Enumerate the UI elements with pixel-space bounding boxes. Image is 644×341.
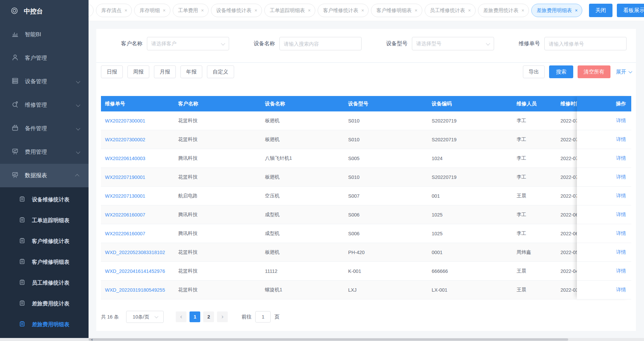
order-link[interactable]: WX202207300002 [105, 137, 145, 142]
divider [96, 62, 636, 63]
sidebar-item-customers[interactable]: 客户管理 [0, 46, 89, 70]
tab-partial[interactable]: × [89, 4, 94, 17]
code-cell: 1025 [428, 212, 513, 217]
code-cell: 666666 [428, 269, 513, 274]
device-name-input[interactable] [279, 37, 362, 50]
tab-travel-expense-stats[interactable]: 差旅费用统计表 × [478, 4, 529, 17]
tab-inventory-check[interactable]: 库存清点 × [96, 4, 132, 17]
order-link[interactable]: WX202206160007 [105, 212, 145, 217]
close-button[interactable]: 关闭 [589, 4, 612, 17]
model-cell: S006 [344, 212, 428, 217]
clear-all-button[interactable]: 清空所有 [578, 65, 610, 78]
sidebar-item-devices[interactable]: 设备管理 [0, 70, 89, 93]
tab-customer-repair-stats[interactable]: 客户维修统计表 × [318, 4, 369, 17]
sidebar-item-smart-bi[interactable]: 智能BI [0, 23, 89, 46]
order-link[interactable]: WX202207130001 [105, 193, 145, 199]
close-icon[interactable]: × [255, 8, 257, 13]
device-cell: 板翅机 [261, 136, 344, 143]
tab-bar: × 库存清点 × 库存明细 × 工单费用 × 设备维修统计表 × 工单追踪明细表… [89, 0, 644, 21]
notebook-icon [19, 258, 25, 266]
device-cell: 八轴飞针机1 [261, 155, 344, 161]
tab-device-repair-stats[interactable]: 设备维修统计表 × [211, 4, 262, 17]
detail-link[interactable]: 详情 [616, 136, 626, 143]
sidebar-item-label: 设备管理 [25, 78, 47, 85]
next-page-button[interactable]: › [217, 311, 228, 322]
device-cell: 螺旋机1 [261, 287, 344, 293]
yearly-report-button[interactable]: 年报 [180, 65, 202, 78]
export-button[interactable]: 导出 [523, 65, 545, 78]
sidebar-subitem-customer-repair-stats[interactable]: 客户维修统计表 [0, 231, 89, 252]
order-link[interactable]: WX202206140003 [105, 156, 145, 161]
detail-link[interactable]: 详情 [616, 211, 626, 218]
close-icon[interactable]: × [201, 8, 204, 13]
close-icon[interactable]: × [163, 8, 165, 13]
horizontal-scrollbar[interactable] [0, 338, 644, 341]
detail-link[interactable]: 详情 [616, 268, 626, 274]
detail-link[interactable]: 详情 [616, 174, 626, 180]
detail-link[interactable]: 详情 [616, 287, 626, 293]
device-model-select[interactable]: 请选择型号 [412, 37, 494, 50]
scroll-left-arrow-icon[interactable]: ◄ [90, 338, 93, 341]
page-size-select[interactable]: 10条/页 [126, 311, 164, 323]
tab-workorder-cost[interactable]: 工单费用 × [173, 4, 209, 17]
notebook-icon [19, 321, 25, 329]
model-cell: S010 [344, 118, 428, 124]
order-link[interactable]: WX202207300001 [105, 118, 145, 124]
close-icon[interactable]: × [124, 8, 127, 13]
order-link[interactable]: WX202206160007 [105, 231, 145, 236]
close-icon[interactable]: × [522, 8, 524, 13]
close-icon[interactable]: × [468, 8, 471, 13]
sidebar-subitem-travel-expense-detail[interactable]: 差旅费用明细表 [0, 314, 89, 335]
tab-travel-expense-detail[interactable]: 差旅费用明细表 × [531, 4, 582, 17]
search-button[interactable]: 搜索 [549, 65, 573, 78]
tab-workorder-tracking[interactable]: 工单追踪明细表 × [264, 4, 315, 17]
sidebar-item-expenses[interactable]: 费用管理 [0, 140, 89, 164]
expand-link[interactable]: 展开 [616, 68, 631, 76]
custom-report-button[interactable]: 自定义 [207, 65, 234, 78]
filter-device-model: 设备型号 请选择型号 [366, 37, 498, 50]
detail-link[interactable]: 详情 [616, 155, 626, 161]
weekly-report-button[interactable]: 周报 [127, 65, 149, 78]
detail-link[interactable]: 详情 [616, 230, 626, 237]
device-cell: 成型机 [261, 211, 344, 218]
board-display-button[interactable]: 看板展示 [617, 4, 644, 17]
sidebar-item-reports[interactable]: 数据报表 [0, 164, 89, 187]
customer-label: 客户名称 [101, 40, 147, 47]
close-icon[interactable]: × [575, 8, 578, 13]
customer-select[interactable]: 请选择客户 [147, 37, 229, 50]
sidebar-subitem-travel-expense-stats[interactable]: 差旅费用统计表 [0, 293, 89, 314]
tab-inventory-detail[interactable]: 库存明细 × [134, 4, 170, 17]
order-link[interactable]: WXD_20220319180549255 [105, 287, 165, 293]
monthly-report-button[interactable]: 月报 [154, 65, 176, 78]
sidebar-subitem-customer-repair-detail[interactable]: 客户维修明细表 [0, 252, 89, 273]
close-icon[interactable]: × [89, 8, 89, 13]
detail-link[interactable]: 详情 [616, 117, 626, 124]
order-link[interactable]: WX202207190001 [105, 175, 145, 180]
close-icon[interactable]: × [415, 8, 417, 13]
detail-link[interactable]: 详情 [616, 193, 626, 199]
sidebar-subitem-device-repair-stats[interactable]: 设备维修统计表 [0, 189, 89, 210]
detail-link[interactable]: 详情 [616, 249, 626, 255]
order-link[interactable]: WXD_20220523083318102 [105, 250, 165, 255]
table-row: WX202206160007 腾讯科技 成型机 S006 1025 李工 202… [101, 205, 631, 224]
sidebar-item-label: 数据报表 [25, 172, 47, 179]
close-icon[interactable]: × [361, 8, 364, 13]
repair-order-input[interactable] [544, 37, 627, 50]
sidebar-item-repairs[interactable]: 维修管理 [0, 93, 89, 117]
page-button-2[interactable]: 2 [203, 311, 214, 322]
model-cell: S007 [344, 193, 428, 199]
tab-customer-repair-detail[interactable]: 客户维修明细表 × [371, 4, 422, 17]
sidebar-subitem-workorder-tracking[interactable]: 工单追踪明细表 [0, 210, 89, 231]
scrollbar-thumb[interactable] [89, 338, 568, 341]
tab-staff-repair-stats[interactable]: 员工维修统计表 × [425, 4, 476, 17]
sidebar-logo[interactable]: 中控台 [0, 0, 89, 23]
sidebar-item-spares[interactable]: 备件管理 [0, 117, 89, 140]
chevron-down-icon [76, 149, 80, 154]
prev-page-button[interactable]: ‹ [176, 311, 186, 322]
order-link[interactable]: WXD_20220416141452976 [105, 269, 165, 274]
page-button-1[interactable]: 1 [190, 311, 200, 322]
goto-page-input[interactable] [255, 311, 271, 323]
daily-report-button[interactable]: 日报 [101, 65, 123, 78]
sidebar-subitem-staff-repair-stats[interactable]: 员工维修统计表 [0, 273, 89, 293]
close-icon[interactable]: × [308, 8, 311, 13]
